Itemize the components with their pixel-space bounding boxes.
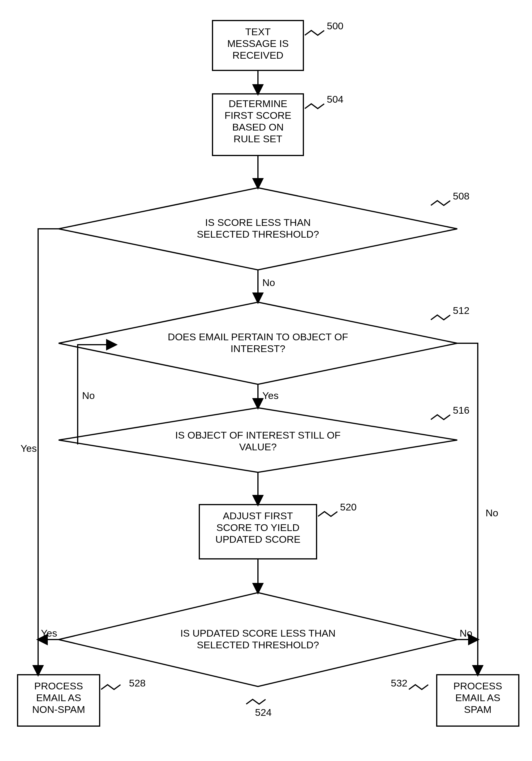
- box-500: TEXT MESSAGE IS RECEIVED: [213, 21, 303, 70]
- edge-508-528-yes: [38, 229, 59, 675]
- box-500-l1: TEXT: [245, 26, 271, 37]
- box-504: DETERMINE FIRST SCORE BASED ON RULE SET: [213, 94, 303, 155]
- box-520-l1: ADJUST FIRST: [223, 510, 293, 521]
- flowchart-svg: TEXT MESSAGE IS RECEIVED 500 DETERMINE F…: [0, 0, 532, 761]
- box-504-l3: BASED ON: [232, 121, 284, 133]
- box-528-l3: NON-SPAM: [32, 704, 85, 715]
- ref-512: 512: [431, 305, 470, 320]
- label-524-no: No: [459, 627, 472, 639]
- d524-l1: IS UPDATED SCORE LESS THAN: [180, 627, 336, 639]
- box-532-l1: PROCESS: [453, 680, 502, 691]
- d512-l2: INTEREST?: [230, 343, 285, 354]
- box-532-l2: EMAIL AS: [455, 692, 500, 703]
- d524-l2: SELECTED THRESHOLD?: [197, 639, 319, 650]
- label-524-yes: Yes: [41, 627, 57, 639]
- ref-516: 516: [431, 405, 470, 420]
- diamond-524: IS UPDATED SCORE LESS THAN SELECTED THRE…: [59, 593, 457, 686]
- d508-l1: IS SCORE LESS THAN: [205, 217, 311, 228]
- svg-text:520: 520: [340, 501, 357, 512]
- svg-text:508: 508: [453, 190, 470, 202]
- svg-text:512: 512: [453, 305, 470, 316]
- box-532-l3: SPAM: [464, 704, 492, 715]
- box-504-l2: FIRST SCORE: [225, 110, 292, 121]
- ref-500: 500: [305, 20, 344, 35]
- label-512-no: No: [486, 507, 498, 518]
- ref-532: 532: [391, 677, 428, 689]
- box-528-l1: PROCESS: [34, 680, 83, 691]
- box-500-l3: RECEIVED: [233, 50, 284, 61]
- edge-512-532-no: [457, 343, 478, 675]
- d512-l1: DOES EMAIL PERTAIN TO OBJECT OF: [168, 331, 348, 342]
- label-512-yes: Yes: [262, 390, 279, 401]
- ref-504: 504: [305, 93, 344, 108]
- label-508-yes: Yes: [21, 443, 37, 454]
- svg-text:524: 524: [255, 707, 272, 718]
- box-500-l2: MESSAGE IS: [227, 38, 289, 49]
- box-504-l1: DETERMINE: [229, 98, 287, 109]
- ref-520: 520: [318, 501, 357, 516]
- ref-524: 524: [246, 699, 272, 718]
- diamond-516: IS OBJECT OF INTEREST STILL OF VALUE?: [59, 408, 457, 472]
- svg-text:500: 500: [327, 20, 344, 31]
- diamond-512: DOES EMAIL PERTAIN TO OBJECT OF INTEREST…: [59, 302, 457, 384]
- label-508-no: No: [262, 277, 275, 288]
- d516-l1: IS OBJECT OF INTEREST STILL OF: [175, 430, 341, 440]
- svg-text:532: 532: [391, 677, 407, 688]
- ref-508: 508: [431, 190, 470, 205]
- ref-528: 528: [101, 677, 146, 689]
- box-528-l2: EMAIL AS: [36, 692, 81, 703]
- diamond-508: IS SCORE LESS THAN SELECTED THRESHOLD?: [59, 188, 457, 270]
- label-516-no: No: [82, 390, 95, 401]
- box-520-l2: SCORE TO YIELD: [216, 522, 299, 533]
- svg-text:528: 528: [129, 677, 146, 688]
- d516-l2: VALUE?: [239, 441, 277, 452]
- box-520-l3: UPDATED SCORE: [215, 534, 300, 545]
- box-504-l4: RULE SET: [234, 133, 282, 144]
- box-528: PROCESS EMAIL AS NON-SPAM: [18, 675, 100, 726]
- svg-text:504: 504: [327, 93, 344, 105]
- box-532: PROCESS EMAIL AS SPAM: [437, 675, 519, 726]
- d508-l2: SELECTED THRESHOLD?: [197, 229, 319, 240]
- box-520: ADJUST FIRST SCORE TO YIELD UPDATED SCOR…: [199, 504, 317, 559]
- svg-text:516: 516: [453, 405, 470, 416]
